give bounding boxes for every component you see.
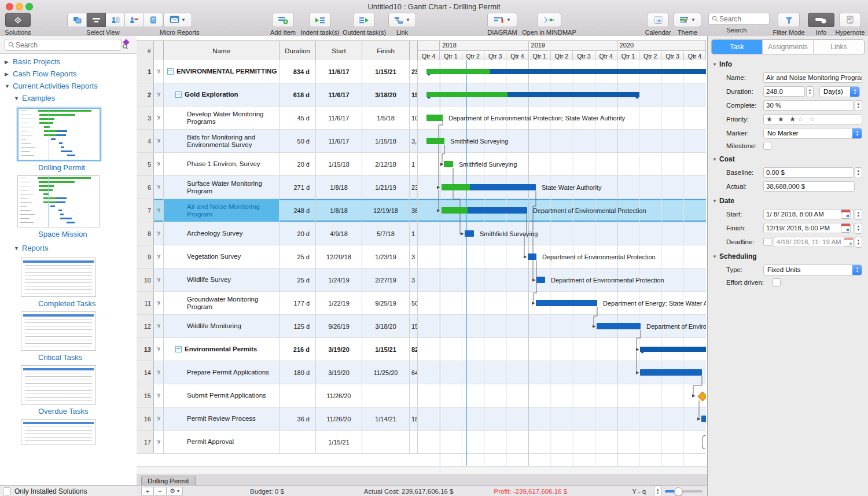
sidebar-item-reports[interactable]: ▼Reports xyxy=(0,242,132,254)
quarter-label[interactable]: Qtr 2 xyxy=(551,51,573,61)
indent-tasks-button[interactable]: Indent task(s) xyxy=(300,13,340,36)
solution-thumbnail-overdue-tasks[interactable]: Overdue Tasks xyxy=(17,365,102,416)
calendar-picker-icon[interactable] xyxy=(844,237,854,247)
calendar-picker-icon[interactable] xyxy=(841,223,851,233)
horizontal-scrollbar[interactable] xyxy=(137,466,707,475)
task-name-cell[interactable]: Prepare Permit Applications xyxy=(164,361,279,384)
table-row-14[interactable]: 14Prepare Permit Applications180 d3/19/2… xyxy=(137,361,706,384)
link-button[interactable]: ▼ Link xyxy=(388,13,417,36)
view-gantt-button[interactable] xyxy=(87,13,106,27)
duration-input[interactable]: 248.0 xyxy=(763,86,805,97)
quarter-label[interactable]: Qtr 4 xyxy=(595,51,617,61)
quarter-label[interactable]: Qtr 3 xyxy=(484,51,506,61)
column-header-name[interactable]: Name xyxy=(164,41,279,61)
table-row-8[interactable]: 8Archeology Survey20 d4/9/185/7/181 xyxy=(137,222,706,245)
disclosure-triangle-icon[interactable]: ▶ xyxy=(5,59,10,65)
table-row-10[interactable]: 10Wildlife Survey25 d1/24/192/27/193 xyxy=(137,269,706,292)
sidebar-item-basic-projects[interactable]: ▶Basic Projects xyxy=(0,56,132,68)
view-projects-button[interactable] xyxy=(67,13,87,27)
table-row-13[interactable]: 13Environmental Permits216 d3/19/201/15/… xyxy=(137,338,706,361)
start-date-stepper[interactable]: ▲▼ xyxy=(855,209,862,220)
micro-reports-button[interactable]: ▼ Micro Reports xyxy=(160,13,196,36)
only-installed-checkbox[interactable] xyxy=(3,487,11,495)
task-name-cell[interactable]: Vegetation Survey xyxy=(164,245,279,268)
solutions-button[interactable]: Solutions xyxy=(3,13,32,36)
zoom-slider[interactable] xyxy=(665,490,703,493)
timescale-header[interactable]: 201820192020 Qtr 4Qtr 1Qtr 2Qtr 3Qtr 4Qt… xyxy=(418,41,706,61)
solutions-filter-button[interactable] xyxy=(120,39,133,50)
sheet-tab-drilling-permit[interactable]: Drilling Permit xyxy=(141,476,196,486)
zoom-slider-knob[interactable] xyxy=(674,487,683,496)
sheet-options-button[interactable]: ⚙▾ xyxy=(167,487,183,495)
calendar-picker-icon[interactable] xyxy=(841,210,851,219)
tab-links[interactable]: Links xyxy=(813,40,864,54)
section-date[interactable]: ▼Date xyxy=(712,196,863,206)
diagram-button[interactable]: ▼ DIAGRAM xyxy=(484,13,521,36)
sidebar-item-examples[interactable]: ▼Examples xyxy=(0,92,132,104)
table-row-16[interactable]: 16Permit Review Process36 d11/26/201/14/… xyxy=(137,407,706,431)
column-header-finish[interactable]: Finish xyxy=(362,41,410,61)
view-resources-button[interactable] xyxy=(106,13,125,27)
task-name-cell[interactable]: Surface Water Monitoring Program xyxy=(164,176,279,199)
table-row-1[interactable]: 1ENVIRONMENTAL PERMITTING834 d11/6/171/1… xyxy=(137,60,706,83)
quarter-label[interactable]: Qtr 4 xyxy=(418,51,440,61)
table-row-2[interactable]: 2Gold Exploration618 d11/6/173/18/2015 xyxy=(137,83,706,106)
task-name-cell[interactable]: Permit Approval xyxy=(164,431,279,453)
table-row-12[interactable]: 12Wildlife Monitoring125 d9/26/193/18/20… xyxy=(137,315,706,338)
disclosure-triangle-icon[interactable]: ▶ xyxy=(5,71,10,77)
collapse-toggle-icon[interactable] xyxy=(175,346,182,352)
quarter-label[interactable]: Qtr 1 xyxy=(617,51,639,61)
outdent-tasks-button[interactable]: Outdent task(s) xyxy=(343,13,385,36)
finish-date-stepper[interactable]: ▲▼ xyxy=(855,223,862,234)
task-name-cell[interactable]: Environmental Permits xyxy=(164,338,279,361)
task-name-cell[interactable]: Wildlife Monitoring xyxy=(164,315,279,337)
solution-thumbnail-critical-tasks[interactable]: Critical Tasks xyxy=(17,311,102,362)
priority-stars[interactable]: ★ ★ ★ ☆ ☆ xyxy=(763,114,862,124)
task-name-cell[interactable]: Gold Exploration xyxy=(164,83,279,106)
quarter-label[interactable]: Qtr 3 xyxy=(661,51,683,61)
disclosure-triangle-icon[interactable]: ▼ xyxy=(14,95,20,101)
view-resource-usage-button[interactable] xyxy=(125,13,144,27)
name-input[interactable]: Air and Noise Monitoring Program xyxy=(763,72,862,83)
calendar-button[interactable]: Calendar xyxy=(643,13,672,36)
table-row-6[interactable]: 6Surface Water Monitoring Program271 d1/… xyxy=(137,176,706,199)
task-name-cell[interactable]: Archeology Survey xyxy=(164,222,279,245)
collapse-toggle-icon[interactable] xyxy=(167,68,174,75)
table-row-15[interactable]: 15Submit Permit Applications11/26/20 xyxy=(137,384,706,407)
task-name-cell[interactable]: Bids for Monitoring and Environmental Su… xyxy=(164,130,279,152)
table-row-4[interactable]: 4Bids for Monitoring and Environmental S… xyxy=(137,130,706,153)
task-name-cell[interactable]: Groundwater Monitoring Program xyxy=(164,292,279,314)
quarter-label[interactable]: Qtr 2 xyxy=(462,51,484,61)
table-row-17[interactable]: 17Permit Approval1/15/21 xyxy=(137,431,706,454)
task-name-cell[interactable]: ENVIRONMENTAL PERMITTING xyxy=(164,60,279,83)
table-row-3[interactable]: 3Develop Water Monitoring Programs45 d11… xyxy=(137,106,706,130)
duration-stepper[interactable]: ▲▼ xyxy=(806,86,814,97)
section-cost[interactable]: ▼Cost xyxy=(712,154,863,164)
quarter-label[interactable]: Qtr 4 xyxy=(506,51,528,61)
baseline-input[interactable]: 0.00 $ xyxy=(763,167,854,178)
tab-task[interactable]: Task xyxy=(712,40,762,54)
filter-mode-button[interactable]: Filter Mode xyxy=(771,13,807,36)
task-name-cell[interactable]: Develop Water Monitoring Programs xyxy=(164,106,279,129)
duration-unit-select[interactable]: Day(s)▲▼ xyxy=(819,86,860,97)
baseline-stepper[interactable]: ▲▼ xyxy=(855,167,862,178)
deadline-date-input[interactable]: 4/18/ 2018, 11: 19 AM xyxy=(774,237,854,247)
column-header-number[interactable]: # xyxy=(137,41,154,61)
quarter-label[interactable]: Qtr 2 xyxy=(639,51,661,61)
table-row-7[interactable]: 7Air and Noise Monitoring Program248 d1/… xyxy=(137,199,706,222)
quarter-label[interactable]: Qtr 1 xyxy=(440,51,462,61)
solution-thumbnail[interactable] xyxy=(17,419,102,444)
marker-select[interactable]: No Marker▲▼ xyxy=(763,128,862,139)
task-name-cell[interactable]: Wildlife Survey xyxy=(164,269,279,291)
solution-thumbnail-space-mission[interactable]: Space Mission xyxy=(17,175,102,238)
milestone-checkbox[interactable] xyxy=(763,142,771,150)
sidebar-item-cash-flow-reports[interactable]: ▶Cash Flow Reports xyxy=(0,68,132,80)
start-date-input[interactable]: 1/ 8/ 2018, 8:00 AM xyxy=(763,209,854,219)
sidebar-search-input[interactable] xyxy=(14,41,104,50)
section-info[interactable]: ▼Info xyxy=(712,59,863,69)
disclosure-triangle-icon[interactable]: ▼ xyxy=(14,245,20,251)
column-header-cost-clipped[interactable] xyxy=(410,41,418,61)
zoom-stepper[interactable]: ▲▼ xyxy=(654,486,661,496)
theme-button[interactable]: ▼ Theme xyxy=(672,13,703,36)
column-header-duration[interactable]: Duration xyxy=(279,41,316,61)
